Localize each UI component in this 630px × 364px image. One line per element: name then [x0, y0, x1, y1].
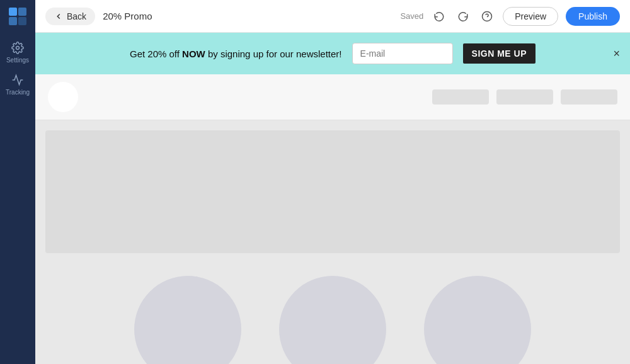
promo-text: Get 20% off NOW by signing up for our ne… — [130, 48, 342, 59]
card-circle-1 — [134, 276, 241, 364]
cards-section — [35, 263, 630, 364]
signup-button[interactable]: SIGN ME UP — [463, 43, 536, 64]
main-area: Back 20% Promo Saved Preview — [35, 0, 630, 364]
svg-point-4 — [16, 47, 19, 50]
topbar-right: Saved Preview Publish — [400, 7, 620, 26]
close-banner-button[interactable]: × — [613, 48, 620, 59]
svg-rect-3 — [18, 17, 26, 25]
sidebar-item-tracking[interactable]: Tracking — [6, 74, 30, 96]
app-logo[interactable] — [8, 6, 28, 26]
promo-banner: Get 20% off NOW by signing up for our ne… — [35, 33, 630, 74]
back-button[interactable]: Back — [45, 8, 95, 25]
card-circle-3 — [424, 276, 531, 364]
redo-icon — [457, 11, 469, 22]
svg-rect-0 — [9, 8, 17, 16]
site-nav — [35, 74, 630, 120]
sidebar-item-settings[interactable]: Settings — [6, 42, 29, 64]
canvas: Get 20% off NOW by signing up for our ne… — [35, 33, 630, 364]
nav-logo — [48, 82, 78, 112]
undo-icon — [433, 11, 445, 22]
promo-text-after: by signing up for our newsletter! — [205, 48, 342, 59]
saved-status: Saved — [400, 11, 423, 21]
chart-icon — [11, 74, 24, 86]
help-icon — [481, 11, 493, 22]
nav-link-2 — [496, 89, 553, 105]
card-circle-2 — [279, 276, 386, 364]
promo-text-before: Get 20% off — [130, 48, 182, 59]
email-input[interactable] — [352, 43, 453, 64]
back-label: Back — [67, 11, 86, 21]
nav-links — [432, 89, 617, 105]
publish-button[interactable]: Publish — [566, 7, 620, 26]
undo-button[interactable] — [431, 8, 447, 25]
preview-button[interactable]: Preview — [503, 7, 558, 26]
sidebar-item-label: Settings — [6, 57, 29, 64]
help-button[interactable] — [479, 8, 495, 25]
sidebar: Settings Tracking — [0, 0, 35, 364]
svg-rect-2 — [9, 17, 17, 25]
page-title: 20% Promo — [103, 11, 152, 21]
sidebar-item-label: Tracking — [6, 89, 30, 96]
redo-button[interactable] — [455, 8, 471, 25]
promo-text-bold: NOW — [182, 48, 205, 59]
svg-rect-1 — [18, 8, 26, 16]
hero-section — [45, 130, 620, 253]
back-arrow-icon — [54, 12, 63, 21]
nav-link-1 — [432, 89, 489, 105]
nav-link-3 — [561, 89, 617, 105]
topbar: Back 20% Promo Saved Preview — [35, 0, 630, 33]
gear-icon — [11, 42, 24, 54]
